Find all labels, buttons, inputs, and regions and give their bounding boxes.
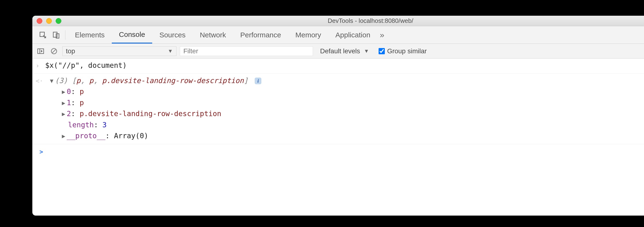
proto-value: Array(0) (114, 132, 148, 140)
titlebar: DevTools - localhost:8080/web/ (32, 16, 644, 26)
result-item-0: p (76, 76, 80, 85)
result-entry-2[interactable]: ▶2: p.devsite-landing-row-description (45, 108, 644, 119)
disclosure-right-icon[interactable]: ▶ (62, 132, 65, 141)
console-result-row[interactable]: <· ▼(3) [p, p, p.devsite-landing-row-des… (32, 74, 644, 144)
toggle-sidebar-icon[interactable] (36, 48, 46, 55)
entry-value: p (80, 87, 84, 96)
entry-index: 1 (66, 99, 71, 107)
disclosure-right-icon[interactable]: ▶ (62, 110, 65, 118)
console-output: › $x("//p", document) <· ▼(3) [p, p, p.d… (32, 59, 644, 160)
tab-console[interactable]: Console (112, 26, 152, 44)
levels-label: Default levels (320, 47, 360, 55)
group-similar-input[interactable] (378, 48, 385, 54)
panel-tabs: Elements Console Sources Network Perform… (32, 26, 644, 44)
entry-value: p (80, 99, 84, 107)
result-proto[interactable]: ▶__proto__: Array(0) (45, 130, 644, 142)
proto-label: __proto__ (66, 132, 105, 140)
device-toggle-icon[interactable] (50, 31, 63, 39)
tab-performance[interactable]: Performance (233, 26, 288, 44)
filter-input[interactable] (180, 46, 313, 56)
disclosure-down-icon[interactable]: ▼ (50, 77, 53, 85)
tab-network[interactable]: Network (193, 26, 233, 44)
result-length: length: 3 (45, 119, 644, 131)
bracket-open: [ (72, 76, 76, 85)
input-prompt-icon: › (36, 60, 45, 70)
result-summary[interactable]: ▼(3) [p, p, p.devsite-landing-row-descri… (45, 75, 644, 86)
entry-value: p.devsite-landing-row-description (80, 109, 222, 118)
tab-application[interactable]: Application (328, 26, 378, 44)
svg-rect-3 (38, 49, 44, 54)
group-similar-checkbox[interactable]: Group similar (376, 47, 429, 55)
info-icon[interactable]: i (255, 78, 261, 84)
console-input-text: $x("//p", document) (45, 60, 644, 71)
entry-index: 0 (66, 87, 71, 96)
svg-rect-1 (53, 32, 57, 37)
result-count: (3) (55, 76, 68, 85)
disclosure-right-icon[interactable]: ▶ (62, 99, 65, 108)
log-levels-selector[interactable]: Default levels ▼ (316, 47, 373, 55)
group-similar-label: Group similar (387, 47, 427, 55)
result-entry-1[interactable]: ▶1: p (45, 97, 644, 109)
result-item-2: p.devsite-landing-row-description (102, 76, 244, 85)
console-toolbar: top ▼ Default levels ▼ Group similar (32, 44, 644, 59)
length-label: length (68, 121, 94, 129)
context-value: top (66, 47, 75, 55)
devtools-window: DevTools - localhost:8080/web/ Elements … (32, 16, 644, 215)
length-value: 3 (102, 121, 107, 129)
window-title: DevTools - localhost:8080/web/ (32, 17, 644, 25)
console-prompt[interactable]: > (32, 144, 644, 160)
console-input-row[interactable]: › $x("//p", document) (32, 59, 644, 74)
more-tabs-icon[interactable]: » (380, 30, 384, 40)
context-selector[interactable]: top ▼ (62, 46, 176, 56)
divider (65, 30, 66, 40)
disclosure-right-icon[interactable]: ▶ (62, 88, 65, 96)
entry-index: 2 (66, 109, 71, 118)
svg-line-6 (52, 49, 56, 53)
inspect-icon[interactable] (36, 31, 50, 39)
tab-memory[interactable]: Memory (288, 26, 328, 44)
tab-elements[interactable]: Elements (68, 26, 112, 44)
chevron-down-icon: ▼ (168, 48, 173, 54)
bracket-close: ] (244, 76, 248, 85)
tab-sources[interactable]: Sources (152, 26, 193, 44)
result-item-1: p (89, 76, 94, 85)
clear-console-icon[interactable] (49, 48, 59, 55)
result-entry-0[interactable]: ▶0: p (45, 86, 644, 97)
chevron-down-icon: ▼ (364, 48, 369, 54)
output-prompt-icon: <· (36, 75, 45, 86)
prompt-icon: > (36, 146, 45, 157)
